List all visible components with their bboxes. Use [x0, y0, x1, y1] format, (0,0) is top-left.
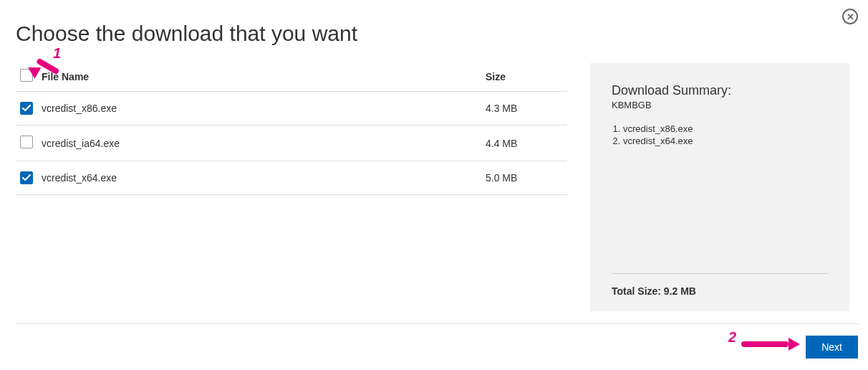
file-list-panel: File Name Size vcredist_x86.exe4.3 MBvcr…	[16, 63, 567, 195]
file-name-cell: vcredist_x64.exe	[37, 161, 481, 195]
footer-divider	[16, 323, 859, 324]
summary-file-list: vcredist_x86.exevcredist_x64.exe	[612, 123, 828, 148]
table-row: vcredist_x64.exe5.0 MB	[16, 161, 567, 195]
close-button[interactable]: ✕	[842, 9, 858, 24]
select-all-checkbox[interactable]	[20, 69, 33, 82]
file-name-cell: vcredist_x86.exe	[37, 92, 481, 125]
list-item: vcredist_x86.exe	[623, 123, 828, 134]
table-row: vcredist_x86.exe4.3 MB	[16, 92, 567, 125]
download-summary-panel: Download Summary: KBMBGB vcredist_x86.ex…	[590, 63, 849, 311]
file-size-cell: 4.4 MB	[481, 125, 567, 161]
file-name-header: File Name	[37, 63, 481, 92]
next-button[interactable]: Next	[806, 336, 858, 359]
summary-heading: Download Summary:	[612, 83, 828, 98]
summary-divider	[612, 273, 828, 274]
content-area: File Name Size vcredist_x86.exe4.3 MBvcr…	[0, 63, 868, 311]
page-title: Choose the download that you want	[16, 22, 868, 46]
annotation-label-1: 1	[53, 45, 61, 62]
total-size: Total Size: 9.2 MB	[612, 285, 828, 297]
check-icon	[22, 104, 31, 113]
size-header: Size	[481, 63, 567, 92]
table-row: vcredist_ia64.exe4.4 MB	[16, 125, 567, 161]
annotation-arrow-2	[741, 337, 806, 351]
file-size-cell: 4.3 MB	[481, 92, 567, 125]
list-item: vcredist_x64.exe	[623, 136, 828, 146]
file-table: File Name Size vcredist_x86.exe4.3 MBvcr…	[16, 63, 567, 195]
file-name-cell: vcredist_ia64.exe	[37, 125, 481, 161]
total-size-label: Total Size:	[612, 285, 661, 297]
file-checkbox[interactable]	[20, 136, 33, 148]
check-icon	[22, 174, 31, 182]
total-size-value: 9.2 MB	[664, 285, 696, 297]
annotation-label-2: 2	[728, 329, 736, 346]
file-checkbox[interactable]	[20, 171, 33, 184]
close-icon: ✕	[847, 12, 854, 22]
file-checkbox[interactable]	[20, 102, 33, 115]
summary-unit-line: KBMBGB	[612, 100, 828, 110]
file-size-cell: 5.0 MB	[481, 161, 567, 195]
